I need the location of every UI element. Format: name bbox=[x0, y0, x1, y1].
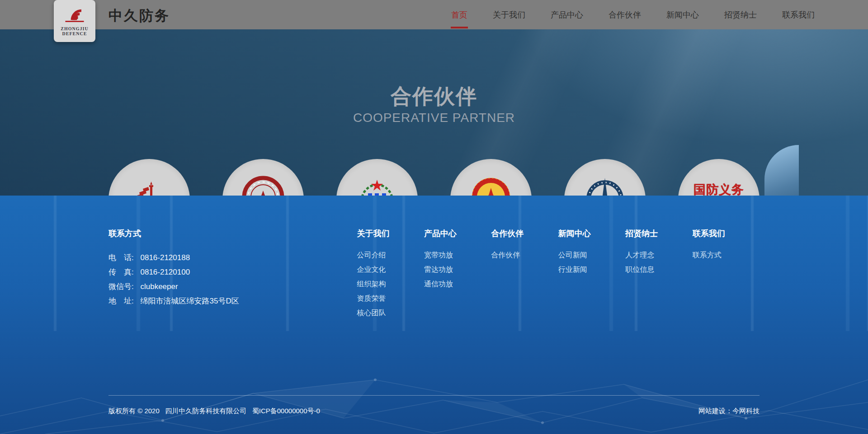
contact-phone: 电 话: 0816-2120188 bbox=[108, 251, 357, 265]
nav-item-contact[interactable]: 联系我们 bbox=[782, 0, 815, 29]
nav-item-about[interactable]: 关于我们 bbox=[493, 0, 525, 29]
defense-mobilization-seal-icon bbox=[241, 175, 285, 196]
contact-phone-value: 0816-2120188 bbox=[140, 253, 190, 262]
partner-logo-1[interactable] bbox=[108, 159, 190, 196]
nav-item-label: 合作伙伴 bbox=[609, 9, 641, 20]
contact-address: 地 址: 绵阳市涪城区绵安路35号D区 bbox=[108, 294, 357, 308]
partner-logo-4[interactable] bbox=[450, 159, 532, 196]
footer-link-talent-concept[interactable]: 人才理念 bbox=[625, 251, 692, 260]
footer-link-comms-amp[interactable]: 通信功放 bbox=[424, 280, 491, 289]
partner-logo-5[interactable] bbox=[564, 159, 646, 196]
contact-wechat-label: 微信号: bbox=[108, 282, 134, 291]
footer-col-about: 关于我们 公司介绍 企业文化 组织架构 资质荣誉 核心团队 bbox=[357, 228, 424, 323]
nav-item-label: 联系我们 bbox=[782, 9, 815, 20]
logo-text-line1: ZHONGJIU bbox=[61, 26, 88, 31]
hero-title: 合作伙伴 bbox=[0, 83, 868, 111]
footer-col-products: 产品中心 宽带功放 雷达功放 通信功放 bbox=[424, 228, 491, 323]
nav-item-partners[interactable]: 合作伙伴 bbox=[609, 0, 641, 29]
footer-divider bbox=[108, 395, 760, 396]
monument-flag-emblem-icon bbox=[127, 175, 171, 196]
footer-link-core-team[interactable]: 核心团队 bbox=[357, 308, 424, 317]
footer-link-radar-amp[interactable]: 雷达功放 bbox=[424, 265, 491, 274]
nav-item-products[interactable]: 产品中心 bbox=[551, 0, 583, 29]
footer-link-partners[interactable]: 合作伙伴 bbox=[491, 251, 558, 260]
top-header: ZHONGJIU DEFENCE 中久防务 首页 关于我们 产品中心 合作伙伴 … bbox=[0, 0, 868, 29]
footer-col-news: 新闻中心 公司新闻 行业新闻 bbox=[558, 228, 625, 323]
footer-col-title: 联系我们 bbox=[693, 228, 760, 239]
contact-address-value: 绵阳市涪城区绵安路35号D区 bbox=[140, 297, 239, 305]
brand-logo-text: ZHONGJIU DEFENCE bbox=[61, 26, 88, 36]
nav-item-label: 新闻中心 bbox=[666, 9, 699, 20]
defense-duty-wordmark: 国防义务 bbox=[693, 182, 744, 196]
partner-logo-3[interactable] bbox=[336, 159, 418, 196]
nav-item-label: 产品中心 bbox=[551, 9, 583, 20]
defense-education-seal-icon bbox=[469, 175, 513, 196]
footer-col-partners: 合作伙伴 合作伙伴 bbox=[491, 228, 558, 323]
nav-item-news[interactable]: 新闻中心 bbox=[666, 0, 699, 29]
contact-fax-value: 0816-2120100 bbox=[140, 268, 190, 276]
brand-title: 中久防务 bbox=[108, 6, 170, 25]
site-credit-link[interactable]: 今网科技 bbox=[732, 407, 760, 415]
hero-subtitle: COOPERATIVE PARTNER bbox=[0, 111, 868, 125]
footer-col-title: 招贤纳士 bbox=[625, 228, 692, 239]
copyright-row: 版权所有 © 2020 四川中久防务科技有限公司 蜀ICP备00000000号-… bbox=[108, 407, 760, 415]
contact-fax: 传 真: 0816-2120100 bbox=[108, 265, 357, 280]
footer-col-title: 产品中心 bbox=[424, 228, 491, 239]
footer-col-title: 关于我们 bbox=[357, 228, 424, 239]
civil-air-defense-emblem-icon bbox=[355, 175, 399, 196]
contact-phone-label: 电 话: bbox=[108, 253, 134, 262]
footer-link-honors[interactable]: 资质荣誉 bbox=[357, 294, 424, 303]
compass-rocket-emblem-icon bbox=[583, 175, 627, 196]
site-credit-label: 网站建设： bbox=[698, 407, 732, 415]
footer-link-company-news[interactable]: 公司新闻 bbox=[558, 251, 625, 260]
footer-link-job-info[interactable]: 职位信息 bbox=[625, 265, 692, 274]
nav-item-recruit[interactable]: 招贤纳士 bbox=[724, 0, 757, 29]
nav-item-label: 关于我们 bbox=[493, 9, 525, 20]
footer-link-contact-info[interactable]: 联系方式 bbox=[693, 251, 760, 260]
footer-link-organization[interactable]: 组织架构 bbox=[357, 280, 424, 289]
contact-fax-label: 传 真: bbox=[108, 268, 134, 276]
footer-col-title: 合作伙伴 bbox=[491, 228, 558, 239]
network-pattern-decoration bbox=[0, 326, 868, 434]
nav-item-label: 首页 bbox=[451, 9, 467, 20]
hero-banner: 合作伙伴 COOPERATIVE PARTNER bbox=[0, 29, 868, 196]
footer-col-contact: 联系我们 联系方式 bbox=[693, 228, 760, 323]
footer-contact-title: 联系方式 bbox=[108, 228, 357, 239]
footer-link-industry-news[interactable]: 行业新闻 bbox=[558, 265, 625, 274]
footer-col-recruit: 招贤纳士 人才理念 职位信息 bbox=[625, 228, 692, 323]
copyright-text: 版权所有 © 2020 四川中久防务科技有限公司 蜀ICP备00000000号-… bbox=[108, 407, 320, 415]
brand-logo-icon bbox=[62, 4, 87, 25]
contact-wechat-value: clubkeeper bbox=[140, 282, 178, 291]
site-credit: 网站建设：今网科技 bbox=[698, 407, 760, 415]
partner-logo-6[interactable]: 国防义务 bbox=[678, 159, 760, 196]
footer-col-title: 新闻中心 bbox=[558, 228, 625, 239]
partner-logo-2[interactable] bbox=[222, 159, 304, 196]
nav-item-label: 招贤纳士 bbox=[724, 9, 757, 20]
footer-link-culture[interactable]: 企业文化 bbox=[357, 265, 424, 274]
partners-row: 国防义务 bbox=[108, 159, 760, 196]
active-nav-underline bbox=[451, 27, 468, 28]
nav-item-home[interactable]: 首页 bbox=[451, 0, 467, 29]
footer-contact-block: 联系方式 电 话: 0816-2120188 传 真: 0816-2120100… bbox=[108, 228, 357, 323]
footer-link-broadband-amp[interactable]: 宽带功放 bbox=[424, 251, 491, 260]
footer-columns: 联系方式 电 话: 0816-2120188 传 真: 0816-2120100… bbox=[108, 228, 760, 323]
main-nav: 首页 关于我们 产品中心 合作伙伴 新闻中心 招贤纳士 联系我们 bbox=[451, 0, 815, 29]
brand-logo[interactable]: ZHONGJIU DEFENCE bbox=[54, 0, 95, 42]
contact-wechat: 微信号: clubkeeper bbox=[108, 280, 357, 294]
decorative-partial-circle bbox=[764, 145, 799, 196]
contact-address-label: 地 址: bbox=[108, 297, 134, 305]
page-footer: 联系方式 电 话: 0816-2120188 传 真: 0816-2120100… bbox=[0, 196, 868, 434]
footer-link-company-intro[interactable]: 公司介绍 bbox=[357, 251, 424, 260]
logo-text-line2: DEFENCE bbox=[61, 31, 88, 36]
